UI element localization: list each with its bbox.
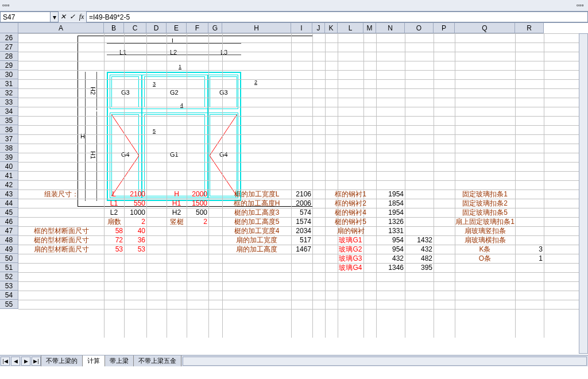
cell-L43[interactable]: 框的钢衬1 [338, 190, 363, 199]
cell-B48[interactable]: 72 [104, 235, 124, 245]
col-head-Q[interactable]: Q [455, 23, 515, 33]
cell-I44[interactable]: 2006 [291, 199, 312, 208]
cell-Q50[interactable]: O条 [455, 254, 515, 263]
cell-C49[interactable]: 53 [124, 245, 146, 254]
row-head-52[interactable]: 52 [0, 272, 18, 281]
cell-B47[interactable]: 58 [104, 226, 124, 235]
cell-E46[interactable]: 竖梃 [167, 217, 187, 226]
cell-F44[interactable]: 1500 [187, 199, 208, 208]
row-head-32[interactable]: 32 [0, 88, 18, 98]
row-head-43[interactable]: 43 [0, 190, 18, 199]
cell-C46[interactable]: 2 [124, 217, 146, 226]
cell-E43[interactable]: H [167, 190, 187, 199]
cell-F45[interactable]: 500 [187, 208, 208, 217]
col-head-R[interactable]: R [515, 23, 544, 33]
cell-C45[interactable]: 1000 [124, 208, 146, 217]
cell-C44[interactable]: 550 [124, 199, 146, 208]
cell-Q49[interactable]: K条 [455, 245, 515, 254]
row-head-41[interactable]: 41 [0, 171, 18, 180]
cell-Q48[interactable]: 扇玻璃横扣条 [455, 235, 515, 245]
cell-H46[interactable]: 梃的加工高度5 [222, 217, 291, 226]
col-head-M[interactable]: M [363, 23, 376, 33]
tab-first-button[interactable]: |◀ [1, 357, 10, 366]
cell-N50[interactable]: 432 [376, 254, 405, 263]
vertical-scrollbar[interactable] [579, 33, 588, 354]
cell-A43[interactable]: 组装尺寸： [18, 190, 104, 199]
row-head-54[interactable]: 54 [0, 291, 18, 300]
row-head-35[interactable]: 35 [0, 116, 18, 125]
cell-O49[interactable]: 432 [405, 245, 434, 254]
row-head-26[interactable]: 26 [0, 33, 18, 42]
col-head-H[interactable]: H [222, 23, 291, 33]
col-head-K[interactable]: K [325, 23, 338, 33]
row-head-44[interactable]: 44 [0, 199, 18, 208]
row-head-33[interactable]: 33 [0, 98, 18, 107]
col-head-A[interactable]: A [18, 23, 104, 33]
cell-Q43[interactable]: 固定玻璃扣条1 [455, 190, 515, 199]
row-head-31[interactable]: 31 [0, 79, 18, 88]
cell-C43[interactable]: 2100 [124, 190, 146, 199]
tab-next-button[interactable]: ▶ [21, 357, 30, 366]
row-head-39[interactable]: 39 [0, 153, 18, 162]
row-head-47[interactable]: 47 [0, 226, 18, 235]
cell-I47[interactable]: 2034 [291, 226, 312, 235]
row-head-51[interactable]: 51 [0, 263, 18, 272]
cell-I45[interactable]: 574 [291, 208, 312, 217]
col-head-N[interactable]: N [376, 23, 405, 33]
sheet-tab[interactable]: 带上梁 [105, 355, 134, 367]
cell-O51[interactable]: 395 [405, 263, 434, 272]
cell-H49[interactable]: 扇的加工高度 [222, 245, 291, 254]
col-head-I[interactable]: I [291, 23, 312, 33]
cell-I46[interactable]: 1574 [291, 217, 312, 226]
cell-C47[interactable]: 40 [124, 226, 146, 235]
formula-input[interactable]: =I49-B49*2-5 [86, 11, 588, 22]
row-head-28[interactable]: 28 [0, 52, 18, 61]
cell-N48[interactable]: 954 [376, 235, 405, 245]
col-head-B[interactable]: B [104, 23, 124, 33]
cell-I43[interactable]: 2106 [291, 190, 312, 199]
sheet-tab[interactable]: 不带上梁的 [41, 355, 83, 367]
col-head-P[interactable]: P [434, 23, 455, 33]
cell-L45[interactable]: 梃的钢衬4 [338, 208, 363, 217]
horizontal-scrollbar[interactable] [183, 357, 587, 366]
sheet-tab[interactable]: 计算 [82, 355, 105, 367]
cell-I49[interactable]: 1467 [291, 245, 312, 254]
name-box[interactable]: S47 [0, 11, 51, 22]
cell-N44[interactable]: 1854 [376, 199, 405, 208]
col-head-G[interactable]: G [208, 23, 222, 33]
cancel-button[interactable]: ✕ [59, 11, 68, 22]
row-head-48[interactable]: 48 [0, 235, 18, 245]
row-head-46[interactable]: 46 [0, 217, 18, 226]
cell-B44[interactable]: L1 [104, 199, 124, 208]
row-head-50[interactable]: 50 [0, 254, 18, 263]
row-head-45[interactable]: 45 [0, 208, 18, 217]
row-head-55[interactable]: 55 [0, 300, 18, 309]
cell-O48[interactable]: 1432 [405, 235, 434, 245]
col-head-C[interactable]: C [124, 23, 146, 33]
tab-prev-button[interactable]: ◀ [11, 357, 20, 366]
cell-Q45[interactable]: 固定玻璃扣条5 [455, 208, 515, 217]
cell-R50[interactable]: 1 [515, 254, 544, 263]
cell-N49[interactable]: 954 [376, 245, 405, 254]
row-head-53[interactable]: 53 [0, 281, 18, 291]
row-head-30[interactable]: 30 [0, 70, 18, 79]
toolbar-left-icons[interactable]: ▫▫▫ [2, 1, 11, 10]
column-headers[interactable]: ABCDEFGHIJKLMNOPQR [18, 23, 544, 33]
cell-R49[interactable]: 3 [515, 245, 544, 254]
tab-last-button[interactable]: ▶| [32, 357, 41, 366]
cell-L51[interactable]: 玻璃G4 [338, 263, 363, 272]
row-head-36[interactable]: 36 [0, 125, 18, 134]
cell-F46[interactable]: 2 [187, 217, 208, 226]
cell-L49[interactable]: 玻璃G2 [338, 245, 363, 254]
cell-I48[interactable]: 517 [291, 235, 312, 245]
sheet-tab[interactable]: 不带上梁五金 [133, 355, 181, 367]
cell-A49[interactable]: 扇的型材断面尺寸 [18, 245, 104, 254]
col-head-L[interactable]: L [338, 23, 363, 33]
cell-N47[interactable]: 1331 [376, 226, 405, 235]
cell-B46[interactable]: 扇数 [104, 217, 124, 226]
cell-E44[interactable]: H1 [167, 199, 187, 208]
enter-button[interactable]: ✓ [68, 11, 77, 22]
cell-C48[interactable]: 36 [124, 235, 146, 245]
row-head-42[interactable]: 42 [0, 180, 18, 190]
col-head-O[interactable]: O [405, 23, 434, 33]
